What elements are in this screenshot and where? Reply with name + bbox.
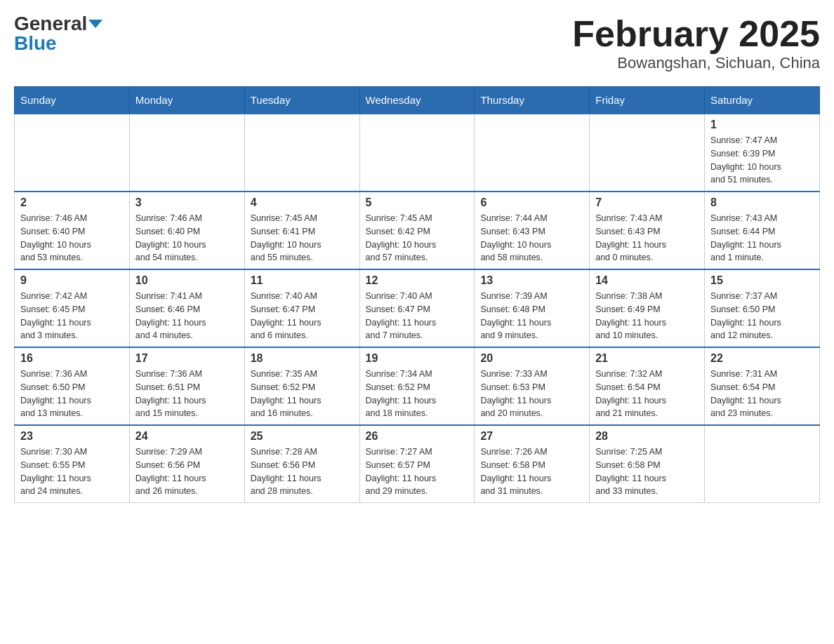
day-info: Sunrise: 7:41 AMSunset: 6:46 PMDaylight:… bbox=[135, 290, 239, 342]
calendar-cell: 20Sunrise: 7:33 AMSunset: 6:53 PMDayligh… bbox=[475, 347, 590, 425]
day-number: 7 bbox=[595, 196, 699, 209]
calendar-cell: 4Sunrise: 7:45 AMSunset: 6:41 PMDaylight… bbox=[244, 192, 359, 269]
calendar-cell: 14Sunrise: 7:38 AMSunset: 6:49 PMDayligh… bbox=[590, 269, 705, 347]
calendar-cell: 8Sunrise: 7:43 AMSunset: 6:44 PMDaylight… bbox=[705, 192, 820, 269]
week-row-1: 1Sunrise: 7:47 AMSunset: 6:39 PMDaylight… bbox=[15, 114, 820, 192]
calendar-cell: 3Sunrise: 7:46 AMSunset: 6:40 PMDaylight… bbox=[129, 192, 244, 269]
location-text: Bowangshan, Sichuan, China bbox=[572, 54, 820, 72]
calendar-header-row: SundayMondayTuesdayWednesdayThursdayFrid… bbox=[15, 87, 820, 114]
day-info: Sunrise: 7:27 AMSunset: 6:57 PMDaylight:… bbox=[366, 445, 469, 498]
day-number: 16 bbox=[20, 352, 124, 365]
day-info: Sunrise: 7:29 AMSunset: 6:56 PMDaylight:… bbox=[135, 445, 239, 498]
day-info: Sunrise: 7:30 AMSunset: 6:55 PMDaylight:… bbox=[20, 445, 124, 498]
calendar-cell: 28Sunrise: 7:25 AMSunset: 6:58 PMDayligh… bbox=[590, 425, 705, 503]
day-number: 18 bbox=[251, 352, 354, 365]
week-row-5: 23Sunrise: 7:30 AMSunset: 6:55 PMDayligh… bbox=[15, 425, 820, 503]
calendar-cell bbox=[359, 114, 475, 192]
day-info: Sunrise: 7:33 AMSunset: 6:53 PMDaylight:… bbox=[480, 368, 583, 420]
day-header-friday: Friday bbox=[590, 87, 705, 114]
day-number: 28 bbox=[595, 430, 699, 443]
day-number: 4 bbox=[251, 196, 354, 209]
day-number: 3 bbox=[135, 196, 239, 209]
logo-blue-text: Blue bbox=[14, 34, 57, 53]
calendar-cell bbox=[590, 114, 705, 192]
day-info: Sunrise: 7:28 AMSunset: 6:56 PMDaylight:… bbox=[251, 445, 354, 498]
day-number: 22 bbox=[710, 352, 814, 365]
day-info: Sunrise: 7:40 AMSunset: 6:47 PMDaylight:… bbox=[366, 290, 469, 342]
day-number: 24 bbox=[135, 430, 239, 443]
week-row-3: 9Sunrise: 7:42 AMSunset: 6:45 PMDaylight… bbox=[15, 269, 820, 347]
calendar-cell: 7Sunrise: 7:43 AMSunset: 6:43 PMDaylight… bbox=[590, 192, 705, 269]
day-number: 27 bbox=[480, 430, 583, 443]
day-number: 14 bbox=[595, 274, 699, 287]
day-number: 6 bbox=[480, 196, 583, 209]
calendar-cell: 5Sunrise: 7:45 AMSunset: 6:42 PMDaylight… bbox=[359, 192, 475, 269]
day-header-saturday: Saturday bbox=[705, 87, 820, 114]
calendar-cell: 16Sunrise: 7:36 AMSunset: 6:50 PMDayligh… bbox=[15, 347, 130, 425]
calendar-cell: 11Sunrise: 7:40 AMSunset: 6:47 PMDayligh… bbox=[244, 269, 359, 347]
calendar-cell bbox=[129, 114, 244, 192]
day-header-wednesday: Wednesday bbox=[359, 87, 475, 114]
day-number: 9 bbox=[20, 274, 124, 287]
calendar-table: SundayMondayTuesdayWednesdayThursdayFrid… bbox=[14, 86, 820, 503]
day-header-tuesday: Tuesday bbox=[244, 87, 359, 114]
day-info: Sunrise: 7:36 AMSunset: 6:51 PMDaylight:… bbox=[135, 368, 239, 420]
day-header-monday: Monday bbox=[129, 87, 244, 114]
day-number: 19 bbox=[366, 352, 469, 365]
day-number: 12 bbox=[366, 274, 469, 287]
day-number: 11 bbox=[251, 274, 354, 287]
calendar-cell: 10Sunrise: 7:41 AMSunset: 6:46 PMDayligh… bbox=[129, 269, 244, 347]
day-info: Sunrise: 7:26 AMSunset: 6:58 PMDaylight:… bbox=[480, 445, 583, 498]
calendar-cell bbox=[15, 114, 130, 192]
day-number: 25 bbox=[251, 430, 354, 443]
day-info: Sunrise: 7:43 AMSunset: 6:44 PMDaylight:… bbox=[710, 212, 814, 264]
title-area: February 2025 Bowangshan, Sichuan, China bbox=[572, 14, 820, 72]
day-number: 2 bbox=[20, 196, 124, 209]
day-info: Sunrise: 7:31 AMSunset: 6:54 PMDaylight:… bbox=[710, 368, 814, 420]
calendar-cell: 24Sunrise: 7:29 AMSunset: 6:56 PMDayligh… bbox=[129, 425, 244, 503]
calendar-cell: 13Sunrise: 7:39 AMSunset: 6:48 PMDayligh… bbox=[475, 269, 590, 347]
day-number: 13 bbox=[480, 274, 583, 287]
calendar-cell bbox=[244, 114, 359, 192]
calendar-cell bbox=[705, 425, 820, 503]
day-info: Sunrise: 7:43 AMSunset: 6:43 PMDaylight:… bbox=[595, 212, 699, 264]
day-header-sunday: Sunday bbox=[15, 87, 130, 114]
day-number: 8 bbox=[710, 196, 814, 209]
logo-general-text: General bbox=[14, 14, 87, 34]
calendar-cell: 19Sunrise: 7:34 AMSunset: 6:52 PMDayligh… bbox=[359, 347, 475, 425]
day-info: Sunrise: 7:34 AMSunset: 6:52 PMDaylight:… bbox=[366, 368, 469, 420]
day-number: 21 bbox=[595, 352, 699, 365]
page-header: General Blue February 2025 Bowangshan, S… bbox=[14, 14, 820, 72]
calendar-cell: 12Sunrise: 7:40 AMSunset: 6:47 PMDayligh… bbox=[359, 269, 475, 347]
calendar-cell: 9Sunrise: 7:42 AMSunset: 6:45 PMDaylight… bbox=[15, 269, 130, 347]
calendar-cell: 15Sunrise: 7:37 AMSunset: 6:50 PMDayligh… bbox=[705, 269, 820, 347]
calendar-cell: 21Sunrise: 7:32 AMSunset: 6:54 PMDayligh… bbox=[590, 347, 705, 425]
day-number: 23 bbox=[20, 430, 124, 443]
day-info: Sunrise: 7:47 AMSunset: 6:39 PMDaylight:… bbox=[710, 134, 814, 187]
day-number: 5 bbox=[366, 196, 469, 209]
calendar-cell: 6Sunrise: 7:44 AMSunset: 6:43 PMDaylight… bbox=[475, 192, 590, 269]
day-info: Sunrise: 7:32 AMSunset: 6:54 PMDaylight:… bbox=[595, 368, 699, 420]
day-info: Sunrise: 7:36 AMSunset: 6:50 PMDaylight:… bbox=[20, 368, 124, 420]
logo-arrow-icon bbox=[88, 20, 102, 28]
month-title: February 2025 bbox=[572, 14, 820, 54]
day-info: Sunrise: 7:25 AMSunset: 6:58 PMDaylight:… bbox=[595, 445, 699, 498]
day-number: 20 bbox=[480, 352, 583, 365]
day-info: Sunrise: 7:46 AMSunset: 6:40 PMDaylight:… bbox=[135, 212, 239, 264]
week-row-4: 16Sunrise: 7:36 AMSunset: 6:50 PMDayligh… bbox=[15, 347, 820, 425]
calendar-cell: 26Sunrise: 7:27 AMSunset: 6:57 PMDayligh… bbox=[359, 425, 475, 503]
calendar-cell: 25Sunrise: 7:28 AMSunset: 6:56 PMDayligh… bbox=[244, 425, 359, 503]
calendar-cell: 23Sunrise: 7:30 AMSunset: 6:55 PMDayligh… bbox=[15, 425, 130, 503]
day-info: Sunrise: 7:44 AMSunset: 6:43 PMDaylight:… bbox=[480, 212, 583, 264]
day-info: Sunrise: 7:45 AMSunset: 6:41 PMDaylight:… bbox=[251, 212, 354, 264]
day-info: Sunrise: 7:42 AMSunset: 6:45 PMDaylight:… bbox=[20, 290, 124, 342]
calendar-cell: 1Sunrise: 7:47 AMSunset: 6:39 PMDaylight… bbox=[705, 114, 820, 192]
day-number: 1 bbox=[710, 119, 814, 131]
day-info: Sunrise: 7:40 AMSunset: 6:47 PMDaylight:… bbox=[251, 290, 354, 342]
day-info: Sunrise: 7:37 AMSunset: 6:50 PMDaylight:… bbox=[710, 290, 814, 342]
logo: General Blue bbox=[14, 14, 102, 53]
day-number: 26 bbox=[366, 430, 469, 443]
day-info: Sunrise: 7:45 AMSunset: 6:42 PMDaylight:… bbox=[366, 212, 469, 264]
day-info: Sunrise: 7:35 AMSunset: 6:52 PMDaylight:… bbox=[251, 368, 354, 420]
calendar-cell: 2Sunrise: 7:46 AMSunset: 6:40 PMDaylight… bbox=[15, 192, 130, 269]
